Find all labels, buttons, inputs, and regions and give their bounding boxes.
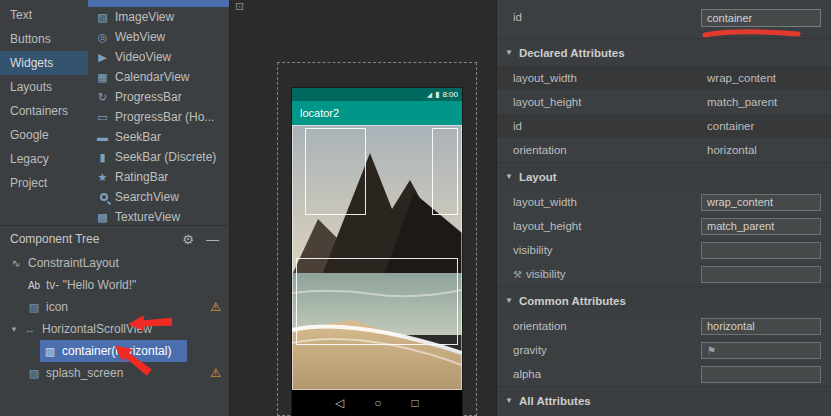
red-arrow-annotation bbox=[127, 312, 174, 334]
section-layout[interactable]: ▼ Layout bbox=[497, 162, 831, 190]
palette-widget-label: WebView bbox=[115, 30, 165, 44]
section-title: Common Attributes bbox=[519, 295, 626, 307]
palette-category-layouts[interactable]: Layouts bbox=[0, 75, 88, 99]
palette-panel: Text Buttons Widgets Layouts Containers … bbox=[0, 0, 230, 225]
layout-width-combo[interactable]: wrap_content bbox=[701, 194, 821, 211]
attribute-name: orientation bbox=[497, 144, 567, 156]
attribute-name: layout_width bbox=[497, 196, 577, 208]
warning-icon: ⚠ bbox=[210, 366, 221, 380]
seekbar-discrete-icon: ▮ bbox=[95, 151, 110, 164]
palette-category-legacy[interactable]: Legacy bbox=[0, 147, 88, 171]
tree-item-icon[interactable]: ▨ icon ⚠ bbox=[0, 296, 229, 318]
wrench-icon: ⚒ bbox=[513, 269, 522, 280]
palette-widget-ratingbar[interactable]: ★ RatingBar bbox=[88, 167, 229, 187]
attributes-panel: id container ▼ Declared Attributes layou… bbox=[496, 0, 831, 416]
gravity-combo[interactable]: ⚑ bbox=[701, 342, 821, 359]
device-nav-bar: ◁ ○ □ bbox=[292, 390, 462, 416]
app-bar: locator2 bbox=[292, 101, 462, 125]
palette-category-google[interactable]: Google bbox=[0, 123, 88, 147]
palette-category-containers[interactable]: Containers bbox=[0, 99, 88, 123]
palette-widget-searchview[interactable]: SearchView bbox=[88, 187, 229, 207]
device-preview[interactable]: ◢ ▮ 8:00 locator2 bbox=[292, 88, 462, 416]
section-all-attributes[interactable]: ▼ All Attributes bbox=[497, 386, 831, 414]
palette-widget-seekbar-discrete[interactable]: ▮ SeekBar (Discrete) bbox=[88, 147, 229, 167]
progressbar-icon: ↻ bbox=[95, 91, 110, 104]
palette-widget-seekbar[interactable]: ▬ SeekBar bbox=[88, 127, 229, 147]
palette-category-widgets[interactable]: Widgets bbox=[0, 51, 88, 75]
palette-widget-progressbar-horizontal[interactable]: ▭ ProgressBar (Ho... bbox=[88, 107, 229, 127]
tree-item-label: tv- "Hello World!" bbox=[46, 278, 136, 292]
gear-icon[interactable]: ⚙ bbox=[182, 232, 194, 247]
palette-widget-label: CalendarView bbox=[115, 70, 190, 84]
attribute-row: visibility bbox=[497, 238, 831, 262]
combo-value: horizontal bbox=[707, 320, 755, 332]
section-title: Layout bbox=[519, 171, 557, 183]
section-title: Declared Attributes bbox=[519, 47, 625, 59]
attribute-value[interactable]: match_parent bbox=[707, 96, 777, 108]
id-input[interactable]: container bbox=[701, 9, 821, 27]
palette-widget-list: ▨ ImageView ◎ WebView ▶ VideoView ▦ Cale… bbox=[88, 0, 229, 225]
section-common-attributes[interactable]: ▼ Common Attributes bbox=[497, 286, 831, 314]
attribute-value[interactable]: wrap_content bbox=[707, 72, 776, 84]
combo-value: match_parent bbox=[707, 220, 774, 232]
attribute-value[interactable]: horizontal bbox=[707, 144, 757, 156]
attribute-name: orientation bbox=[497, 320, 567, 332]
attribute-row: gravity ⚑ bbox=[497, 338, 831, 362]
calendarview-icon: ▦ bbox=[95, 71, 110, 84]
attribute-name: layout_width bbox=[497, 72, 577, 84]
palette-widget-textureview[interactable]: ▩ TextureView bbox=[88, 207, 229, 225]
section-declared-attributes[interactable]: ▼ Declared Attributes bbox=[497, 38, 831, 66]
attribute-name: ⚒ visibility bbox=[497, 268, 566, 280]
attribute-row: layout_height match_parent bbox=[497, 214, 831, 238]
tree-item-splash-screen[interactable]: ▨ splash_screen ⚠ bbox=[0, 362, 229, 384]
tree-item-label: splash_screen bbox=[46, 366, 123, 380]
palette-widget-webview[interactable]: ◎ WebView bbox=[88, 27, 229, 47]
minimize-icon[interactable]: — bbox=[206, 232, 219, 247]
warning-icon: ⚠ bbox=[210, 300, 221, 314]
palette-widget-videoview[interactable]: ▶ VideoView bbox=[88, 47, 229, 67]
attribute-name: gravity bbox=[497, 344, 547, 356]
palette-widget-selected-partial[interactable] bbox=[88, 0, 229, 7]
app-title: locator2 bbox=[300, 107, 339, 119]
palette-widget-label: ProgressBar bbox=[115, 90, 182, 104]
palette-widget-label: RatingBar bbox=[115, 170, 168, 184]
palette-widget-calendarview[interactable]: ▦ CalendarView bbox=[88, 67, 229, 87]
attribute-value[interactable]: container bbox=[707, 120, 754, 132]
attribute-name: layout_height bbox=[497, 96, 581, 108]
attribute-name: layout_height bbox=[497, 220, 581, 232]
palette-category-buttons[interactable]: Buttons bbox=[0, 27, 88, 51]
chevron-down-icon[interactable]: ▼ bbox=[10, 325, 22, 334]
seekbar-icon: ▬ bbox=[95, 131, 110, 143]
textview-icon: Ab bbox=[26, 280, 42, 291]
orientation-combo[interactable]: horizontal bbox=[701, 318, 821, 335]
attribute-name-text: visibility bbox=[526, 268, 566, 280]
attribute-row: orientation horizontal bbox=[497, 138, 831, 162]
tree-item-textview[interactable]: Ab tv- "Hello World!" bbox=[0, 274, 229, 296]
layout-height-combo[interactable]: match_parent bbox=[701, 218, 821, 235]
palette-widget-imageview[interactable]: ▨ ImageView bbox=[88, 7, 229, 27]
palette-categories: Text Buttons Widgets Layouts Containers … bbox=[0, 0, 88, 225]
design-surface[interactable]: ⊡ ◢ ▮ 8:00 locator2 bbox=[231, 0, 496, 416]
component-tree-title: Component Tree bbox=[10, 232, 170, 246]
tools-visibility-combo[interactable] bbox=[701, 266, 821, 283]
layout-preview-image[interactable] bbox=[292, 125, 462, 390]
imageview-icon: ▨ bbox=[26, 301, 42, 314]
attribute-name: id bbox=[513, 11, 522, 23]
attribute-row: layout_height match_parent bbox=[497, 90, 831, 114]
chevron-down-icon: ▼ bbox=[505, 296, 513, 305]
chevron-down-icon: ▼ bbox=[505, 172, 513, 181]
horizontalscrollview-icon: ↔ bbox=[22, 323, 38, 335]
tree-item-horizontalscrollview[interactable]: ▼ ↔ HorizontalScrollView bbox=[0, 318, 229, 340]
palette-widget-label: SeekBar (Discrete) bbox=[115, 150, 216, 164]
tree-item-label: icon bbox=[46, 300, 68, 314]
attribute-name: visibility bbox=[497, 244, 553, 256]
imageview-icon: ▨ bbox=[95, 11, 110, 24]
tree-item-constraintlayout[interactable]: ∿ ConstraintLayout bbox=[0, 252, 229, 274]
chevron-down-icon: ▼ bbox=[505, 396, 513, 405]
palette-widget-progressbar[interactable]: ↻ ProgressBar bbox=[88, 87, 229, 107]
palette-category-text[interactable]: Text bbox=[0, 3, 88, 27]
tree-item-label: ConstraintLayout bbox=[28, 256, 119, 270]
visibility-combo[interactable] bbox=[701, 242, 821, 259]
alpha-input[interactable] bbox=[701, 366, 821, 383]
palette-category-project[interactable]: Project bbox=[0, 171, 88, 195]
